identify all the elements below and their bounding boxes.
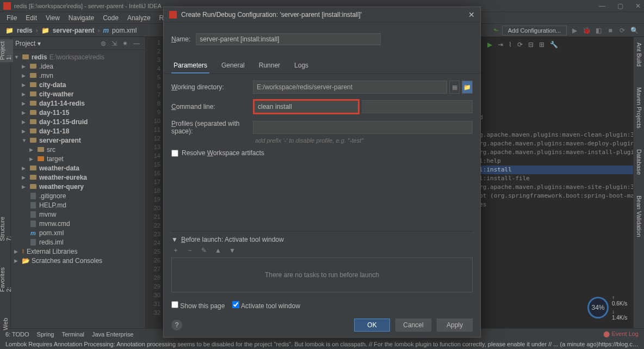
menu-view[interactable]: View bbox=[41, 13, 64, 23]
tab-web[interactable]: Web bbox=[1, 316, 10, 332]
locate-icon[interactable]: ⊚ bbox=[101, 40, 108, 47]
hide-icon[interactable]: — bbox=[133, 40, 141, 47]
expand-icon[interactable]: ⊞ bbox=[539, 41, 544, 48]
tab-logs[interactable]: Logs bbox=[292, 58, 311, 74]
command-line-ext-input[interactable] bbox=[362, 100, 473, 113]
cancel-button[interactable]: Cancel bbox=[395, 319, 431, 332]
tree-item[interactable]: mvnw bbox=[11, 210, 145, 219]
completion-item[interactable]: y bbox=[470, 218, 633, 226]
tab-spring[interactable]: Spring bbox=[37, 331, 54, 338]
menu-navigate[interactable]: Navigate bbox=[64, 13, 98, 23]
tree-item[interactable]: ▶day11-14-redis bbox=[11, 99, 145, 108]
activate-tool-window-checkbox[interactable]: Activate tool window bbox=[232, 301, 300, 310]
tab-structure[interactable]: 7: Structure bbox=[0, 215, 13, 243]
run-configuration-dropdown[interactable]: Add Configuration... bbox=[502, 26, 567, 35]
maximize-button[interactable]: ▢ bbox=[617, 2, 623, 10]
completion-item[interactable]: (org.apache.maven.plugins:maven-install-… bbox=[470, 148, 633, 157]
reimport-icon[interactable]: ⟳ bbox=[517, 41, 523, 48]
insert-macro-button[interactable]: ▦ bbox=[449, 81, 460, 94]
tree-item[interactable]: redis.iml bbox=[11, 237, 145, 247]
close-button[interactable]: ✕ bbox=[635, 2, 641, 10]
tree-item[interactable]: ▶.idea bbox=[11, 62, 145, 71]
tab-runner[interactable]: Runner bbox=[257, 58, 282, 74]
tree-item[interactable]: ▶weather-eureka bbox=[11, 173, 145, 182]
dialog-close-button[interactable]: ✕ bbox=[468, 10, 475, 19]
move-up-button[interactable]: ▲ bbox=[214, 247, 222, 254]
tree-item[interactable]: ▶.mvn bbox=[11, 71, 145, 80]
resolve-workspace-checkbox[interactable]: Resolve Workspace artifacts bbox=[171, 149, 473, 157]
share-checkbox[interactable]: Share bbox=[392, 35, 480, 43]
tab-java-enterprise[interactable]: Java Enterprise bbox=[92, 331, 133, 338]
tab-database[interactable]: Database bbox=[635, 147, 643, 177]
completion-item[interactable]: boot (org.springframework.boot:spring-bo… bbox=[470, 192, 633, 200]
tab-bean-validation[interactable]: Bean Validation bbox=[635, 193, 643, 239]
breadcrumb-file[interactable]: pom.xml bbox=[112, 27, 137, 34]
tree-item[interactable]: ▼server-parent bbox=[11, 136, 145, 145]
add-task-button[interactable]: + bbox=[171, 247, 180, 254]
name-input[interactable] bbox=[196, 33, 381, 45]
working-directory-input[interactable] bbox=[253, 81, 447, 94]
settings-icon[interactable]: ✷ bbox=[122, 40, 130, 47]
completion-item[interactable]: cies bbox=[470, 200, 633, 209]
collapse-all-icon[interactable]: ⇲ bbox=[112, 40, 119, 47]
tree-root[interactable]: ▼redis E:\workspace\redis bbox=[11, 52, 145, 62]
tree-item[interactable]: ▶weather-data bbox=[11, 163, 145, 173]
browse-button[interactable]: 📁 bbox=[462, 81, 473, 94]
search-everywhere-icon[interactable]: 🔍 bbox=[630, 26, 639, 35]
menu-file[interactable]: File bbox=[2, 13, 21, 23]
tab-favorites[interactable]: 2: Favorites bbox=[0, 265, 13, 294]
completion-popup[interactable]: uidis org.apache.maven.plugins:maven-cle… bbox=[470, 113, 633, 226]
show-this-page-checkbox[interactable]: Show this page bbox=[171, 301, 225, 310]
menu-analyze[interactable]: Analyze bbox=[123, 13, 155, 23]
debug-icon[interactable]: 🐞 bbox=[582, 26, 591, 35]
apply-button[interactable]: Apply bbox=[437, 319, 473, 332]
completion-item[interactable]: all:help bbox=[470, 157, 633, 166]
tree-item[interactable]: ▶weather-query bbox=[11, 182, 145, 191]
completion-item[interactable]: all:install bbox=[470, 166, 633, 174]
tree-item[interactable]: ▶target bbox=[11, 154, 145, 163]
edit-task-button[interactable]: ✎ bbox=[200, 247, 208, 254]
completion-item[interactable]: (org.apache.maven.plugins:maven-deploy-p… bbox=[470, 139, 633, 148]
tree-item[interactable]: ▶src bbox=[11, 145, 145, 154]
execute-icon[interactable]: ⇥ bbox=[498, 41, 503, 48]
completion-item[interactable]: ka bbox=[470, 209, 633, 218]
before-launch-header[interactable]: ▼ Before launch: Activate tool window bbox=[171, 236, 473, 243]
completion-item[interactable]: uid bbox=[470, 113, 633, 122]
tab-general[interactable]: General bbox=[219, 58, 247, 74]
stop-icon[interactable]: ■ bbox=[606, 26, 615, 35]
external-libraries[interactable]: ▶⫴ External Libraries bbox=[11, 247, 145, 256]
coverage-icon[interactable]: ◧ bbox=[594, 26, 603, 35]
tree-item[interactable]: ▶city-wather bbox=[11, 89, 145, 99]
completion-item[interactable]: (org.apache.maven.plugins:maven-site-plu… bbox=[470, 183, 633, 192]
run-icon[interactable]: ▶ bbox=[487, 41, 492, 48]
tab-maven-projects[interactable]: Maven Projects bbox=[635, 85, 643, 131]
tab-ant-build[interactable]: Ant Build bbox=[635, 40, 643, 69]
back-icon[interactable]: ⬑ bbox=[493, 27, 499, 34]
settings-icon[interactable]: 🔧 bbox=[550, 41, 558, 48]
tree-item[interactable]: mpom.xml bbox=[11, 228, 145, 237]
completion-item[interactable]: org.apache.maven.plugins:maven-clean-plu… bbox=[470, 131, 633, 139]
tree-item[interactable]: ▶day-11-15-druid bbox=[11, 117, 145, 126]
run-icon[interactable]: ▶ bbox=[570, 26, 579, 35]
breadcrumb-module[interactable]: server-parent bbox=[53, 27, 95, 34]
scratches[interactable]: ▶📂Scratches and Consoles bbox=[11, 256, 145, 265]
tree-item[interactable]: ▶day-11-15 bbox=[11, 108, 145, 117]
breadcrumb-root[interactable]: redis bbox=[17, 27, 33, 34]
tree-item[interactable]: ▶day-11-18 bbox=[11, 126, 145, 136]
tab-project[interactable]: 1: Project bbox=[0, 39, 13, 62]
tab-parameters[interactable]: Parameters bbox=[171, 58, 209, 74]
completion-item[interactable]: all:install-file bbox=[470, 174, 633, 183]
command-line-input[interactable] bbox=[253, 99, 360, 114]
collapse-icon[interactable]: ⊟ bbox=[528, 41, 534, 48]
tree-item[interactable]: ▶city-data bbox=[11, 80, 145, 89]
profiles-input[interactable] bbox=[253, 121, 473, 134]
event-log-button[interactable]: ⬤ Event Log bbox=[603, 330, 639, 338]
tab-terminal[interactable]: Terminal bbox=[61, 331, 84, 338]
completion-item[interactable]: is bbox=[470, 122, 633, 131]
update-project-icon[interactable]: ⟳ bbox=[618, 26, 627, 35]
toggle-offline-icon[interactable]: ⌇ bbox=[509, 41, 512, 48]
minimize-button[interactable]: — bbox=[599, 2, 605, 10]
tree-item[interactable]: HELP.md bbox=[11, 200, 145, 210]
menu-edit[interactable]: Edit bbox=[21, 13, 41, 23]
menu-code[interactable]: Code bbox=[98, 13, 123, 23]
